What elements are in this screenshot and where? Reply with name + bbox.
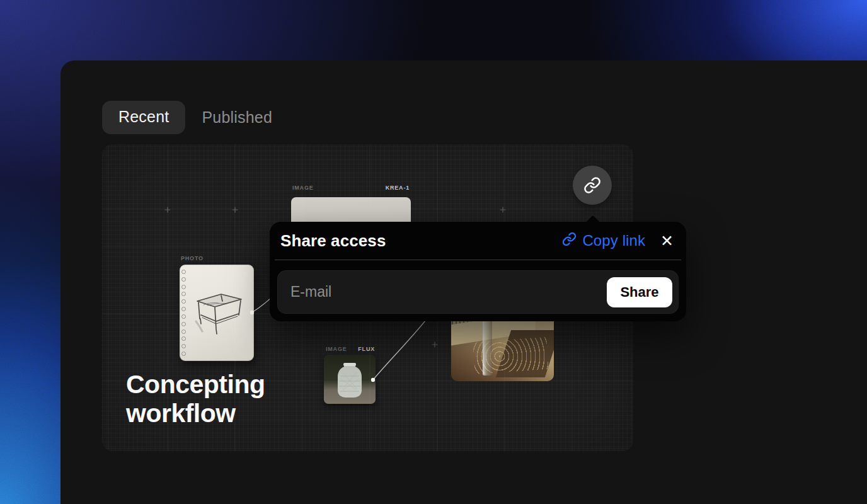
tab-published[interactable]: Published	[202, 108, 272, 127]
popover-title: Share access	[280, 231, 562, 251]
copy-link-button[interactable]: Copy link	[562, 232, 645, 250]
spiral-binding	[181, 270, 186, 356]
link-icon	[583, 176, 601, 194]
share-button[interactable]: Share	[607, 277, 672, 307]
share-popover: Share access Copy link ✕ Share	[270, 222, 686, 321]
desktop: Recent Published IMAGE KREA-1 PHOTO	[0, 0, 867, 504]
notebook-sketch-node[interactable]	[180, 265, 254, 361]
link-icon	[562, 232, 577, 250]
close-icon[interactable]: ✕	[659, 232, 675, 250]
popover-body: Share	[270, 260, 686, 321]
node-model-label: KREA-1	[386, 185, 410, 191]
tab-bar: Recent Published	[102, 101, 272, 134]
copy-link-label: Copy link	[582, 232, 645, 249]
tab-recent[interactable]: Recent	[102, 101, 185, 134]
node-type-label: PHOTO	[181, 255, 204, 261]
node-type-label: IMAGE	[326, 346, 347, 352]
node-type-label: IMAGE	[292, 185, 314, 191]
table-sketch	[190, 282, 248, 345]
node-label-row: IMAGE KREA-1	[292, 185, 410, 191]
popover-header: Share access Copy link ✕	[270, 222, 686, 260]
node-label-row: PHOTO	[181, 255, 253, 261]
project-title: Concepting workflow	[126, 370, 290, 428]
share-link-button[interactable]	[573, 166, 612, 205]
node-model-label: FLUX	[358, 346, 375, 352]
node-label-row: IMAGE FLUX	[326, 346, 375, 352]
email-input-row: Share	[277, 270, 679, 314]
glass-jar	[335, 362, 364, 399]
glass-jar-image-node[interactable]	[324, 355, 376, 404]
